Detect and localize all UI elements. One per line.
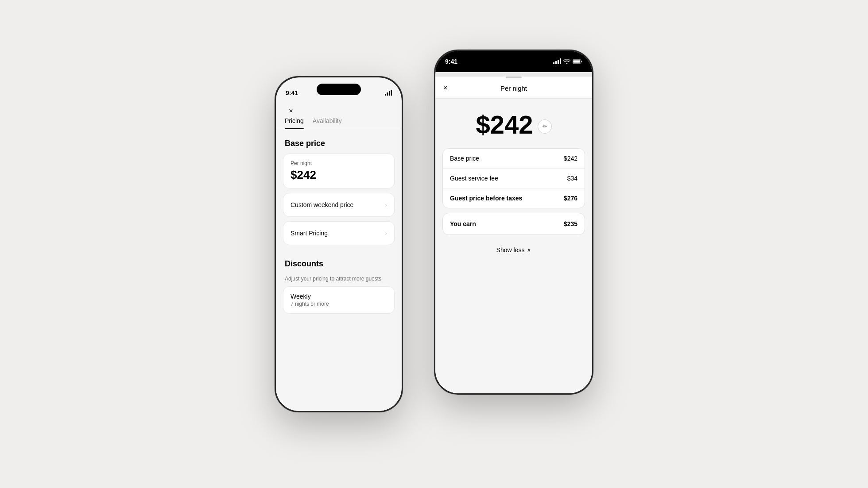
signal-icon-back <box>385 90 392 96</box>
weekly-title: Weekly <box>291 293 387 300</box>
total-label: Guest price before taxes <box>450 195 522 202</box>
edit-icon: ✏ <box>542 123 547 130</box>
per-night-value: $242 <box>291 168 387 182</box>
svg-rect-2 <box>389 91 390 96</box>
modal-container: × Per night <box>435 77 592 99</box>
you-earn-value: $235 <box>564 220 577 227</box>
base-price-value: $242 <box>564 155 577 162</box>
svg-rect-0 <box>385 94 386 96</box>
discounts-subtitle: Adjust your pricing to attract more gues… <box>276 274 402 286</box>
smart-pricing-label: Smart Pricing <box>291 230 328 237</box>
per-night-card[interactable]: Per night $242 <box>283 154 395 188</box>
service-fee-value: $34 <box>567 175 577 182</box>
show-less-text: Show less <box>496 246 525 254</box>
price-breakdown-card: Base price $242 Guest service fee $34 Gu… <box>442 148 585 208</box>
svg-rect-1 <box>387 92 388 96</box>
total-value: $276 <box>564 195 577 202</box>
you-earn-card: You earn $235 <box>442 213 585 235</box>
chevron-up-icon: ∧ <box>527 247 531 253</box>
status-icons-front <box>553 58 582 64</box>
show-less-row[interactable]: Show less ∧ <box>442 242 585 258</box>
phone-front: 9:41 <box>434 50 593 395</box>
dynamic-island <box>317 84 361 95</box>
tabs: Pricing Availability <box>276 117 402 129</box>
tab-pricing[interactable]: Pricing <box>285 117 304 129</box>
status-time-front: 9:41 <box>445 58 457 65</box>
chevron-right-icon-2: › <box>385 230 387 237</box>
you-earn-label: You earn <box>450 220 476 227</box>
svg-rect-4 <box>553 62 554 64</box>
chevron-right-icon: › <box>385 201 387 208</box>
custom-weekend-card[interactable]: Custom weekend price › <box>283 193 395 217</box>
breakdown-row-base: Base price $242 <box>443 149 585 169</box>
svg-rect-6 <box>558 60 559 64</box>
big-price-row: $242 ✏ <box>442 99 585 148</box>
phone-back-screen: 9:41 × Pricing <box>276 77 402 411</box>
service-fee-label: Guest service fee <box>450 175 498 182</box>
phones-container: 9:41 × Pricing <box>275 50 593 439</box>
svg-rect-10 <box>573 60 580 63</box>
modal-close-button[interactable]: × <box>443 84 447 92</box>
big-price: $242 <box>476 112 533 138</box>
per-night-label: Per night <box>291 160 387 166</box>
wifi-icon <box>563 58 570 64</box>
breakdown-row-total: Guest price before taxes $276 <box>443 188 585 208</box>
breakdown-row-fee: Guest service fee $34 <box>443 169 585 188</box>
svg-rect-7 <box>560 58 561 64</box>
smart-pricing-card[interactable]: Smart Pricing › <box>283 221 395 245</box>
discounts-title: Discounts <box>276 250 402 274</box>
weekly-subtitle: 7 nights or more <box>291 301 387 307</box>
svg-rect-9 <box>581 61 582 62</box>
modal-title: Per night <box>500 85 527 92</box>
weekly-card[interactable]: Weekly 7 nights or more <box>283 286 395 314</box>
close-button-back[interactable]: × <box>285 105 297 117</box>
base-price-label: Base price <box>450 155 479 162</box>
custom-weekend-label: Custom weekend price <box>291 201 353 208</box>
status-bar-front: 9:41 <box>435 51 592 72</box>
base-price-title: Base price <box>276 129 402 154</box>
signal-icon-front <box>553 58 561 64</box>
tab-availability[interactable]: Availability <box>313 117 342 129</box>
modal-header: × Per night <box>435 78 592 99</box>
edit-price-button[interactable]: ✏ <box>538 119 552 134</box>
phone-back: 9:41 × Pricing <box>275 76 403 412</box>
phone-front-screen: 9:41 <box>435 51 592 393</box>
modal-body: $242 ✏ Base price $242 Guest service fee… <box>435 99 592 393</box>
svg-rect-3 <box>391 90 392 96</box>
status-icons-back <box>385 90 392 96</box>
fade-overlay <box>276 376 402 411</box>
svg-rect-5 <box>555 61 557 64</box>
status-time-back: 9:41 <box>286 89 298 96</box>
battery-icon <box>573 59 582 64</box>
